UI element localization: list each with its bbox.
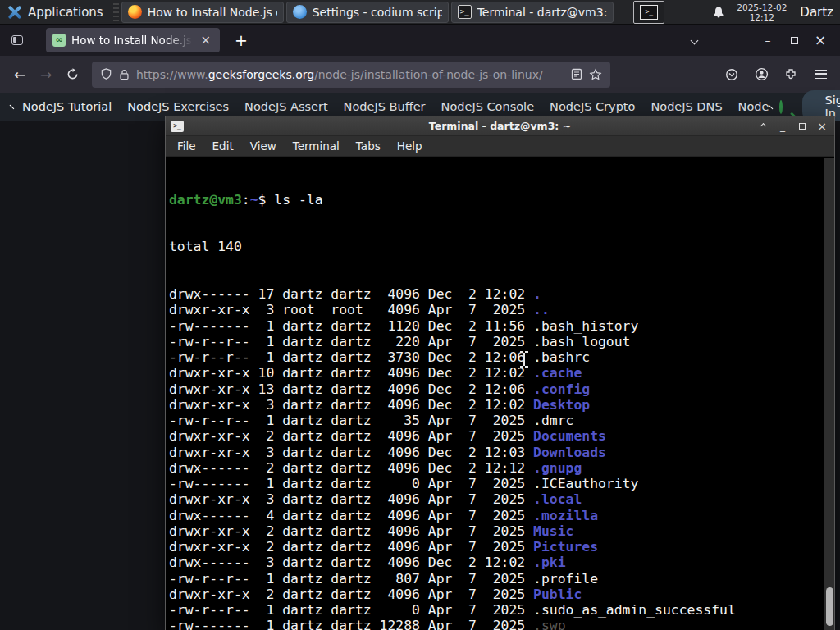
panel-grip	[113, 3, 119, 21]
lock-icon[interactable]	[119, 69, 130, 80]
terminal-scrollbar[interactable]	[824, 158, 834, 630]
maximize-button[interactable]	[781, 30, 807, 51]
taskbar-button-vscodium[interactable]: Settings - codium script...	[286, 2, 449, 23]
reload-button[interactable]	[59, 62, 85, 87]
nav-item[interactable]: NodeJS DNS	[651, 100, 722, 113]
menu-file[interactable]: File	[169, 139, 204, 153]
menu-terminal[interactable]: Terminal	[285, 139, 348, 153]
url-bar[interactable]: https://www.geeksforgeeks.org/node-js/in…	[92, 62, 610, 88]
file-name: Desktop	[533, 397, 590, 413]
nav-item[interactable]: Node	[738, 100, 769, 113]
nav-item[interactable]: NodeJS Crypto	[550, 100, 635, 113]
terminal-maximize-button[interactable]	[795, 120, 810, 133]
file-name: .ICEauthority	[533, 476, 638, 491]
extensions-icon[interactable]	[778, 62, 804, 87]
ls-row: drwxr-xr-x 2 dartz dartz 4096 Apr 7 2025…	[169, 428, 821, 444]
menu-tabs[interactable]: Tabs	[348, 139, 389, 153]
file-name: .mozilla	[533, 508, 598, 523]
reader-mode-icon[interactable]	[571, 68, 582, 80]
menu-edit[interactable]: Edit	[204, 139, 242, 153]
ls-row: drwxr-xr-x 2 dartz dartz 4096 Apr 7 2025…	[169, 587, 821, 602]
terminal-titlebar[interactable]: >_ Terminal - dartz@vm3: ~ _ ×	[166, 116, 834, 136]
ls-row: drwx------ 17 dartz dartz 4096 Dec 2 12:…	[169, 286, 821, 302]
taskbar: How to Install Node.js o...Settings - co…	[121, 2, 616, 23]
account-icon[interactable]	[748, 62, 774, 87]
back-button[interactable]: ←	[7, 62, 33, 87]
ls-row: drwxr-xr-x 3 dartz dartz 4096 Apr 7 2025…	[169, 491, 821, 507]
minimize-button[interactable]: –	[755, 30, 781, 51]
top-panel: Applications How to Install Node.js o...…	[0, 0, 840, 25]
ls-row: -rw-r--r-- 1 dartz dartz 35 Apr 7 2025 .…	[169, 413, 821, 428]
system-tray: >_ 2025-12-02 12:12 Dartz	[633, 1, 840, 24]
bookmark-star-icon[interactable]	[589, 68, 602, 81]
nav-item[interactable]: NodeJS Tutorial	[22, 100, 112, 113]
ls-row: drwxr-xr-x 10 dartz dartz 4096 Dec 2 12:…	[169, 365, 821, 381]
taskbar-button-label: How to Install Node.js o...	[148, 6, 277, 19]
menu-help[interactable]: Help	[389, 139, 431, 153]
ls-row: drwx------ 3 dartz dartz 4096 Dec 2 12:0…	[169, 555, 821, 570]
applications-menu[interactable]: Applications	[0, 0, 111, 25]
shade-button[interactable]	[756, 120, 770, 133]
close-button[interactable]: ×	[807, 30, 833, 51]
file-name: .bash_logout	[533, 334, 630, 349]
nav-item[interactable]: NodeJS Console	[441, 100, 535, 113]
terminal-window: >_ Terminal - dartz@vm3: ~ _ × FileEditV…	[165, 116, 835, 630]
terminal-scrollbar-thumb[interactable]	[826, 587, 833, 626]
navigation-toolbar: ← → https://www.geeksforgeeks.org/node-j…	[0, 56, 840, 93]
search-icon[interactable]	[779, 100, 783, 114]
ls-row: drwxr-xr-x 3 dartz dartz 4096 Dec 2 12:0…	[169, 445, 821, 460]
gfg-favicon: ∞	[52, 34, 66, 47]
reload-icon	[66, 68, 79, 80]
user-menu[interactable]: Dartz	[800, 5, 833, 20]
menu-hamburger-icon[interactable]	[807, 62, 833, 87]
tab-how-to-install-nodejs[interactable]: ∞ How to Install Node.js on ×	[46, 28, 220, 52]
shield-icon[interactable]	[100, 68, 112, 80]
notifications-bell-icon[interactable]	[712, 6, 725, 19]
firefox-view-icon[interactable]	[7, 30, 28, 51]
forward-button[interactable]: →	[33, 62, 59, 87]
taskbar-button-terminal-sq[interactable]: >_Terminal - dartz@vm3: ~	[451, 2, 614, 23]
taskbar-button-label: Settings - codium script...	[313, 6, 442, 19]
ls-row: drwxr-xr-x 3 root root 4096 Apr 7 2025 .…	[169, 302, 821, 317]
file-name: .config	[533, 381, 590, 397]
list-all-tabs-icon[interactable]	[681, 30, 707, 51]
vscodium-icon	[293, 5, 307, 19]
tab-title: How to Install Node.js on	[71, 34, 192, 47]
tab-close-icon[interactable]: ×	[198, 34, 213, 48]
file-name: .swp	[533, 618, 565, 630]
file-name: .pki	[533, 555, 565, 570]
tab-bar: ∞ How to Install Node.js on × + – ×	[0, 25, 840, 56]
url-text: https://www.geeksforgeeks.org/node-js/in…	[136, 68, 564, 81]
new-tab-button[interactable]: +	[230, 31, 253, 49]
ls-row: drwx------ 2 dartz dartz 4096 Dec 2 12:1…	[169, 460, 821, 476]
file-name: .cache	[533, 365, 582, 381]
nav-scroll-left-icon[interactable]	[10, 104, 15, 109]
file-name: .sudo_as_admin_successful	[533, 602, 736, 618]
clock-time: 12:12	[737, 12, 787, 22]
file-name: .profile	[533, 571, 598, 587]
terminal-tray-icon[interactable]: >_	[633, 1, 664, 24]
ls-row: -rw------- 1 dartz dartz 0 Apr 7 2025 .I…	[169, 476, 821, 491]
nav-item[interactable]: NodeJS Assert	[244, 100, 328, 113]
terminal-close-button[interactable]: ×	[815, 120, 829, 133]
file-name: .gnupg	[533, 460, 582, 476]
nav-item[interactable]: NodeJS Exercises	[127, 100, 229, 113]
taskbar-button-firefox[interactable]: How to Install Node.js o...	[121, 2, 284, 23]
file-name: .bash_history	[533, 318, 638, 334]
file-name: .	[533, 286, 541, 302]
nav-item[interactable]: NodeJS Buffer	[344, 100, 426, 113]
clock[interactable]: 2025-12-02 12:12	[737, 2, 787, 22]
firefox-icon	[128, 5, 142, 19]
ls-row: drwx------ 4 dartz dartz 4096 Apr 7 2025…	[169, 508, 821, 523]
file-name: .dmrc	[533, 413, 573, 428]
terminal-minimize-button[interactable]: _	[775, 120, 790, 133]
terminal-menubar: FileEditViewTerminalTabsHelp	[166, 136, 834, 157]
menu-view[interactable]: View	[242, 139, 285, 153]
terminal-screen[interactable]: dartz@vm3:~$ ls -la total 140 drwx------…	[166, 158, 834, 630]
file-name: Music	[533, 523, 573, 539]
file-name: Downloads	[533, 445, 606, 460]
taskbar-button-label: Terminal - dartz@vm3: ~	[477, 6, 607, 19]
terminal-title: Terminal - dartz@vm3: ~	[166, 120, 834, 132]
pocket-icon[interactable]	[719, 62, 745, 87]
ls-row: -rw-r--r-- 1 dartz dartz 3730 Dec 2 12:0…	[169, 349, 821, 365]
